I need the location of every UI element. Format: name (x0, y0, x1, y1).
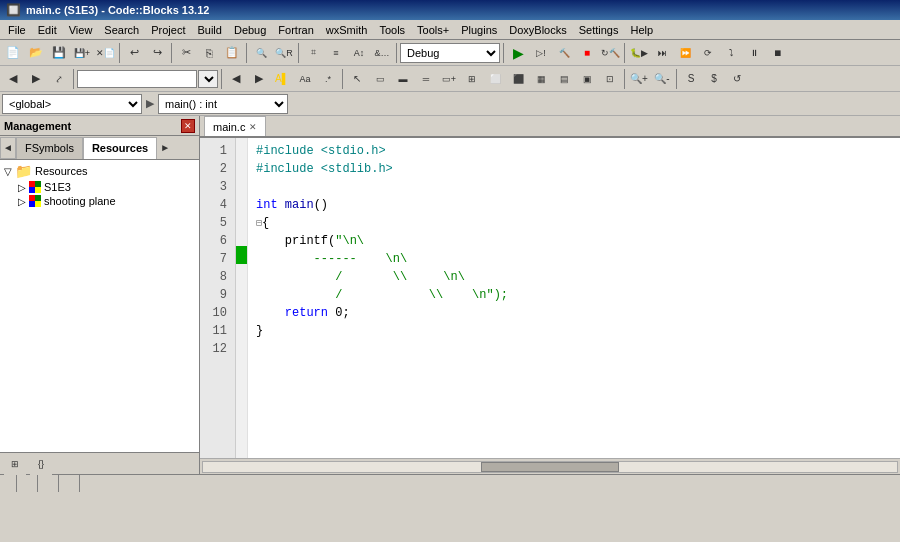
btn-dollar[interactable]: $ (703, 68, 725, 90)
search-type-select[interactable] (198, 70, 218, 88)
menu-project[interactable]: Project (145, 22, 191, 38)
menu-fortran[interactable]: Fortran (272, 22, 319, 38)
btn-nav-fwd[interactable]: ▶ (25, 68, 47, 90)
scope-select[interactable]: <global> (2, 94, 142, 114)
btn-cursor[interactable]: ↖ (346, 68, 368, 90)
btn-l8[interactable]: ▤ (553, 68, 575, 90)
search-input[interactable] (77, 70, 197, 88)
menu-settings[interactable]: Settings (573, 22, 625, 38)
btn-l5[interactable]: ⬜ (484, 68, 506, 90)
tab-fsymbols[interactable]: FSymbols (16, 137, 83, 159)
btn-misc1[interactable]: ⌗ (302, 42, 324, 64)
btn-s1[interactable]: S (680, 68, 702, 90)
menu-view[interactable]: View (63, 22, 99, 38)
menu-debug[interactable]: Debug (228, 22, 272, 38)
menu-tools[interactable]: Tools (373, 22, 411, 38)
menu-build[interactable]: Build (191, 22, 227, 38)
btn-d1[interactable]: 🐛▶ (628, 42, 650, 64)
menu-toolsplus[interactable]: Tools+ (411, 22, 455, 38)
btn-d6[interactable]: ⏸ (743, 42, 765, 64)
btn-redo[interactable]: ↪ (146, 42, 168, 64)
btn-nav-right[interactable]: ▶ (248, 68, 270, 90)
btn-l9[interactable]: ▣ (576, 68, 598, 90)
btn-mark1[interactable]: Aa (294, 68, 316, 90)
btn-d2[interactable]: ⏭ (651, 42, 673, 64)
editor-tab-main-c[interactable]: main.c ✕ (204, 116, 266, 136)
code-text-area[interactable]: #include <stdio.h> #include <stdlib.h> i… (248, 138, 900, 458)
btn-rect-sel[interactable]: ▭ (369, 68, 391, 90)
btn-run[interactable]: ▷! (530, 42, 552, 64)
btn-d4[interactable]: ⟳ (697, 42, 719, 64)
btn-undo[interactable]: ↩ (123, 42, 145, 64)
menu-wxsmith[interactable]: wxSmith (320, 22, 374, 38)
main-area: Management ✕ ◄ FSymbols Resources ► ▽ 📁 … (0, 116, 900, 474)
btn-highlight[interactable]: A▌ (271, 68, 293, 90)
menu-doxyblocks[interactable]: DoxyBlocks (503, 22, 572, 38)
btn-d5[interactable]: ⤵ (720, 42, 742, 64)
title-text: main.c (S1E3) - Code::Blocks 13.12 (26, 4, 209, 16)
btn-l3[interactable]: ▭+ (438, 68, 460, 90)
btn-mark2[interactable]: .* (317, 68, 339, 90)
tree-plane-label: shooting plane (44, 195, 116, 207)
tab-resources[interactable]: Resources (83, 137, 157, 159)
code-line-11: } (256, 322, 892, 340)
btn-build-run[interactable]: ▶ (507, 42, 529, 64)
management-close-button[interactable]: ✕ (181, 119, 195, 133)
btn-d7[interactable]: ⏹ (766, 42, 788, 64)
tree-item-shooting-plane[interactable]: ▷ shooting plane (2, 194, 197, 208)
btn-misc2[interactable]: ≡ (325, 42, 347, 64)
menu-file[interactable]: File (2, 22, 32, 38)
debug-dropdown[interactable]: Debug Release (400, 43, 500, 63)
gutter-12 (236, 336, 247, 354)
btn-l4[interactable]: ⊞ (461, 68, 483, 90)
tab-arrow-right[interactable]: ► (157, 137, 173, 159)
btn-jump[interactable]: ⤤ (48, 68, 70, 90)
btn-zoom-out[interactable]: 🔍- (651, 68, 673, 90)
btn-l7[interactable]: ▦ (530, 68, 552, 90)
tree-root[interactable]: ▽ 📁 Resources (2, 162, 197, 180)
btn-build[interactable]: 🔨 (553, 42, 575, 64)
menu-edit[interactable]: Edit (32, 22, 63, 38)
code-editor: 1 2 3 4 5 6 7 8 9 10 11 12 (200, 138, 900, 458)
tree-item-s1e3[interactable]: ▷ S1E3 (2, 180, 197, 194)
gutter-10 (236, 300, 247, 318)
btn-misc4[interactable]: &… (371, 42, 393, 64)
menu-search[interactable]: Search (98, 22, 145, 38)
btn-save[interactable]: 💾 (48, 42, 70, 64)
menu-plugins[interactable]: Plugins (455, 22, 503, 38)
tab-arrow-left[interactable]: ◄ (0, 137, 16, 159)
btn-new[interactable]: 📄 (2, 42, 24, 64)
menu-help[interactable]: Help (624, 22, 659, 38)
status-seg-3 (46, 475, 59, 492)
btn-paste[interactable]: 📋 (221, 42, 243, 64)
btn-misc3[interactable]: A↕ (348, 42, 370, 64)
btn-close[interactable]: ✕📄 (94, 42, 116, 64)
btn-l10[interactable]: ⊡ (599, 68, 621, 90)
btn-l2[interactable]: ═ (415, 68, 437, 90)
status-bar (0, 474, 900, 492)
btn-rebuild[interactable]: ↻🔨 (599, 42, 621, 64)
btn-open[interactable]: 📂 (25, 42, 47, 64)
btn-copy[interactable]: ⎘ (198, 42, 220, 64)
btn-zoom-in[interactable]: 🔍+ (628, 68, 650, 90)
btn-nav-left[interactable]: ◀ (225, 68, 247, 90)
btn-save-all[interactable]: 💾+ (71, 42, 93, 64)
code-line-8: / \\ \n\ (256, 268, 892, 286)
btn-nav-back[interactable]: ◀ (2, 68, 24, 90)
editor-tab-close[interactable]: ✕ (249, 122, 257, 132)
btn-find[interactable]: 🔍 (250, 42, 272, 64)
btn-cut[interactable]: ✂ (175, 42, 197, 64)
gutter-7 (236, 246, 247, 264)
btn-stop[interactable]: ■ (576, 42, 598, 64)
horizontal-scrollbar[interactable] (200, 458, 900, 474)
h-scroll-track[interactable] (202, 461, 898, 473)
btn-refresh[interactable]: ↺ (726, 68, 748, 90)
btn-d3[interactable]: ⏩ (674, 42, 696, 64)
btn-l6[interactable]: ⬛ (507, 68, 529, 90)
btn-left-bottom-icon2[interactable]: {} (30, 453, 52, 475)
function-select[interactable]: main() : int (158, 94, 288, 114)
btn-replace[interactable]: 🔍R (273, 42, 295, 64)
btn-left-bottom-icon1[interactable]: ⊞ (4, 453, 26, 475)
btn-l1[interactable]: ▬ (392, 68, 414, 90)
h-scroll-thumb[interactable] (481, 462, 620, 472)
